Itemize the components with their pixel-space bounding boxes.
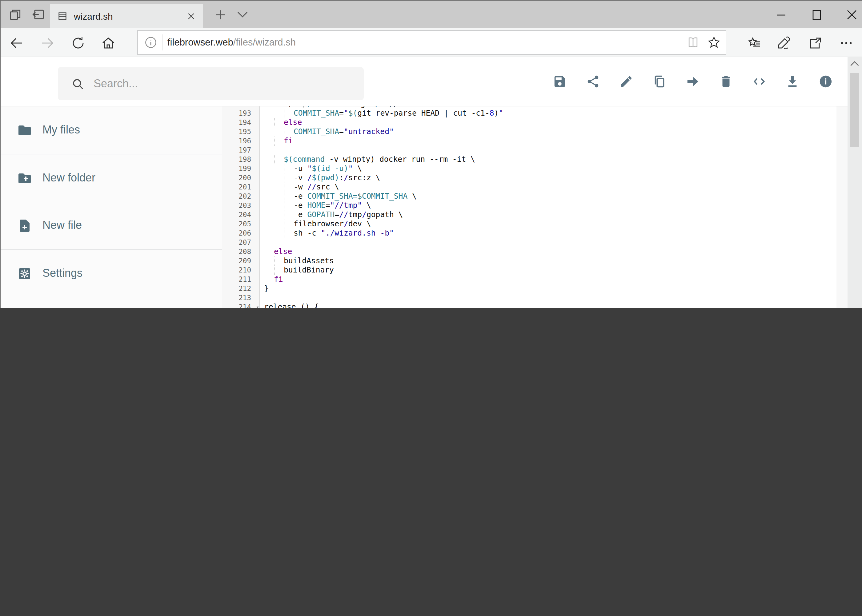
minimize-button[interactable] [773, 7, 789, 23]
set-tabs-aside-icon[interactable] [32, 8, 45, 22]
tab-preview-icon[interactable] [9, 8, 22, 22]
fold-marker-icon[interactable]: ▾ [256, 303, 259, 308]
code-line[interactable]: 210buildBinary [222, 266, 848, 275]
code-line[interactable]: 205filebrowser/dev \ [222, 220, 848, 229]
line-number: 200 [222, 173, 260, 183]
url-separator [162, 35, 162, 50]
scrollbar-thumb[interactable] [850, 73, 859, 147]
line-number: 211 [222, 275, 260, 284]
code-line[interactable]: 193COMMIT_SHA="$(git rev-parse HEAD | cu… [222, 109, 848, 118]
code-line[interactable]: 200-v /$(pwd):/src:z \ [222, 173, 848, 183]
line-number: 214▾ [222, 303, 260, 308]
code-line[interactable]: 198$(command -v winpty) docker run --rm … [222, 155, 848, 164]
back-icon[interactable] [9, 36, 24, 50]
site-info-icon[interactable] [144, 36, 158, 49]
tab-title: wizard.sh [74, 11, 186, 21]
line-number: 198 [222, 155, 260, 164]
scroll-up-icon[interactable] [850, 60, 859, 69]
share-page-icon[interactable] [808, 36, 823, 50]
forward-icon[interactable] [40, 36, 55, 50]
home-icon[interactable] [101, 36, 116, 50]
code-line[interactable]: 201-w //src \ [222, 183, 848, 192]
code-line[interactable]: 211fi [222, 275, 848, 284]
line-number: 207 [222, 238, 260, 247]
hub-favorites-icon[interactable] [747, 36, 762, 50]
browser-tab[interactable]: wizard.sh [50, 4, 203, 28]
line-number: 212 [222, 284, 260, 293]
settings-icon [17, 266, 32, 281]
code-line[interactable]: 213 [222, 293, 848, 303]
tab-favicon-icon [57, 11, 68, 21]
code-line[interactable]: 199-u "$(id -u)" \ [222, 164, 848, 173]
info-icon[interactable] [819, 74, 833, 89]
editor-scroll-filler [837, 107, 848, 308]
browser-navbar: filebrowser.web/files/wizard.sh [1, 28, 862, 57]
code-line[interactable]: 214▾release () { [222, 303, 848, 308]
line-number: 196 [222, 137, 260, 146]
code-line[interactable]: 195COMMIT_SHA="untracked" [222, 127, 848, 137]
more-options-icon[interactable] [839, 36, 854, 50]
reading-view-icon[interactable] [686, 36, 700, 49]
page-scrollbar[interactable] [848, 57, 862, 308]
save-icon[interactable] [553, 74, 567, 89]
code-line[interactable]: 192if [ "$(command -v git)" ]; then [222, 107, 848, 109]
new-file-icon [17, 218, 32, 233]
favorite-star-icon[interactable] [707, 36, 721, 49]
tab-list-chevron-icon[interactable] [236, 11, 250, 25]
sidebar-item-logout[interactable]: Logout [1, 297, 222, 308]
tab-close-icon[interactable] [186, 11, 196, 20]
line-number: 203 [222, 201, 260, 211]
code-editor[interactable]: 192if [ "$(command -v git)" ]; then193CO… [222, 107, 848, 308]
line-number: 205 [222, 220, 260, 229]
sidebar-item-settings[interactable]: Settings [1, 250, 222, 297]
filebrowser-header: Search... [1, 57, 862, 107]
code-view-icon[interactable] [752, 74, 766, 89]
annotate-pen-icon[interactable] [777, 36, 791, 50]
url-bar[interactable]: filebrowser.web/files/wizard.sh [137, 30, 726, 55]
refresh-icon[interactable] [71, 36, 85, 50]
new-tab-button[interactable] [214, 8, 227, 22]
code-line[interactable]: 212} [222, 284, 848, 293]
code-line[interactable]: 204-e GOPATH=//tmp/gopath \ [222, 211, 848, 220]
line-number: 197 [222, 146, 260, 155]
file-toolbar [553, 74, 833, 89]
line-number: 201 [222, 183, 260, 192]
code-line[interactable]: 197 [222, 146, 848, 155]
url-text[interactable]: filebrowser.web/files/wizard.sh [167, 37, 686, 48]
copy-icon[interactable] [652, 74, 667, 89]
move-icon[interactable] [686, 74, 700, 89]
sidebar-item-my-files[interactable]: My files [1, 107, 222, 154]
share-icon[interactable] [586, 74, 600, 89]
line-number: 195 [222, 127, 260, 137]
close-window-button[interactable] [844, 7, 860, 23]
line-number: 213 [222, 293, 260, 303]
sidebar-item-new-folder[interactable]: New folder [1, 154, 222, 202]
line-number: 199 [222, 164, 260, 173]
sidebar-item-label: Settings [43, 267, 82, 280]
code-line[interactable]: 203-e HOME="//tmp" \ [222, 201, 848, 211]
maximize-button[interactable] [809, 7, 825, 23]
search-icon [71, 77, 84, 90]
line-number: 192 [222, 107, 260, 109]
line-number: 206 [222, 229, 260, 238]
line-number: 210 [222, 266, 260, 275]
edit-icon[interactable] [619, 74, 633, 89]
search-input[interactable]: Search... [58, 67, 364, 100]
sidebar-item-label: New file [43, 219, 82, 232]
line-number: 209 [222, 256, 260, 266]
code-line[interactable]: 208else [222, 247, 848, 256]
browser-titlebar: wizard.sh [1, 1, 862, 28]
code-line[interactable]: 194else [222, 118, 848, 127]
line-number: 194 [222, 118, 260, 127]
code-line[interactable]: 202-e COMMIT_SHA=$COMMIT_SHA \ [222, 192, 848, 201]
sidebar-item-label: My files [43, 124, 80, 137]
code-rows: 192if [ "$(command -v git)" ]; then193CO… [222, 107, 848, 308]
code-line[interactable]: 206sh -c "./wizard.sh -b" [222, 229, 848, 238]
delete-icon[interactable] [719, 74, 733, 89]
download-icon[interactable] [785, 74, 799, 89]
line-number: 193 [222, 109, 260, 118]
code-line[interactable]: 207 [222, 238, 848, 247]
code-line[interactable]: 196fi [222, 137, 848, 146]
code-line[interactable]: 209buildAssets [222, 256, 848, 266]
sidebar-item-new-file[interactable]: New file [1, 202, 222, 249]
